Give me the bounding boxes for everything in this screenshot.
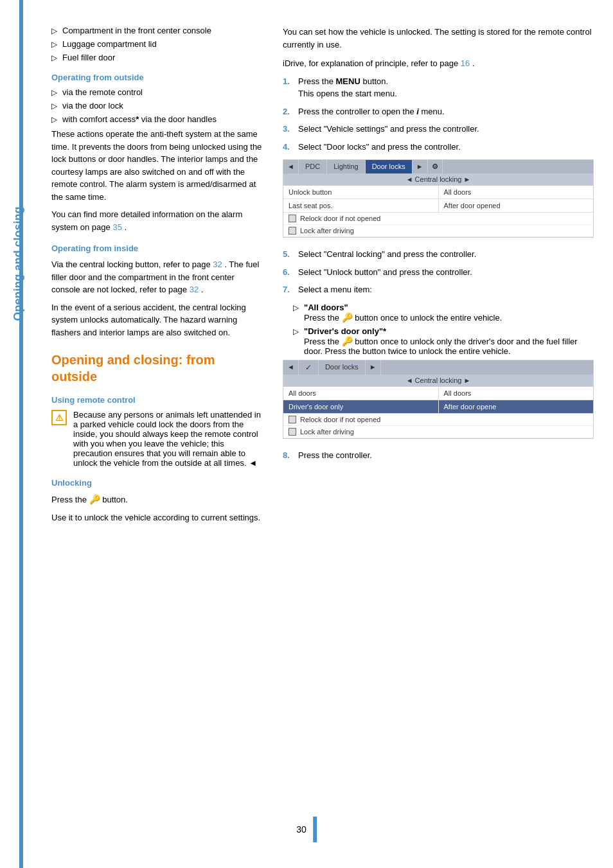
heading-operating-inside: Operating from inside [51,244,263,253]
ui-panel-2-header: ◄ ✓ Door locks ► [283,360,593,375]
ui2-cell-driver-door: Driver's door only [283,400,439,413]
step-8-text: Press the controller. [298,449,372,462]
link-page-16: 16 [461,58,470,68]
ui-tab-right-arrow: ► [413,160,428,173]
bullet-item-2: ▷ Luggage compartment lid [51,39,263,49]
link-page-32a: 32 [213,260,222,269]
step-1: 1. Press the MENU button.This opens the … [283,75,594,100]
ui-panel-1-subtitle: ◄ Central locking ► [283,173,593,186]
step-6-text: Select "Unlock button" and press the con… [298,266,472,279]
ui2-checkbox-relock: Relock door if not opened [283,414,593,426]
intro-text-1: You can set how the vehicle is unlocked.… [283,26,594,51]
ui-tab-settings-icon: ⚙ [428,160,443,173]
all-doors-text-start: Press the [304,313,339,323]
ui-panel-row-2: Last seat pos. After door opened [283,199,593,213]
ui-tab-pdc: PDC [299,160,327,173]
warning-box: ⚠ Because any persons or animals left un… [51,410,263,468]
step-3-num: 3. [283,123,293,136]
checkbox-relock-label: Relock door if not opened [300,215,380,222]
step-6: 6. Select "Unlock button" and press the … [283,266,594,279]
body-unlocking-1: Press the 🔑 button. [51,493,263,506]
ui2-panel-row-1: All doors All doors [283,387,593,400]
heading-operating-outside: Operating from outside [51,73,263,82]
body-text-inside-1-start: Via the central locking button, refer to… [51,260,211,269]
step-1-num: 1. [283,75,293,100]
bullet-text-2: Luggage compartment lid [62,39,157,49]
unlocking-text-start: Press the [51,495,87,504]
ui-panel-2: ◄ ✓ Door locks ► ◄ Central locking ► All… [283,360,594,439]
step-7: 7. Select a menu item: [283,283,594,296]
body-text-inside-1-end2: . [201,285,204,294]
ui-panel-row-1: Unlock button All doors [283,186,593,199]
sidebar-bar [19,0,23,868]
numbered-list-2: 5. Select "Central locking" and press th… [283,248,594,296]
body-unlocking-2: Use it to unlock the vehicle according t… [51,511,263,524]
sub-bullet-text-1: "All doors" Press the 🔑 button once to u… [304,303,502,323]
ui2-checkbox-lock-driving-label: Lock after driving [300,428,354,436]
ui-cell-all-doors: All doors [439,186,594,199]
key-icon: 🔑 [89,493,100,506]
step-4-num: 4. [283,141,293,154]
step-3-text: Select "Vehicle settings" and press the … [298,123,479,136]
ui-panel-1: ◄ PDC Lighting Door locks ► ⚙ ◄ Central … [283,159,594,238]
checkbox-lock-driving [289,227,296,235]
ui-checkbox-relock: Relock door if not opened [283,213,593,225]
warning-end: ◄ [249,458,257,468]
bullet-outside-arrow-3: ▷ [51,115,57,124]
ui2-cell-all-doors-label: All doors [283,387,439,400]
ui-panel-1-header: ◄ PDC Lighting Door locks ► ⚙ [283,160,593,173]
bullet-outside-arrow-2: ▷ [51,102,57,111]
key-icon-all-doors: 🔑 [342,312,353,323]
page-container: Opening and closing ▷ Compartment in the… [0,0,613,868]
sidebar-text-container: Opening and closing [0,257,35,270]
sub-bullet-text-2: "Driver's door only"* Press the 🔑 button… [304,326,594,356]
bullet-text-1: Compartment in the front center console [62,26,211,35]
step-5-num: 5. [283,248,293,261]
bullet-outside-arrow-1: ▷ [51,88,57,97]
unlocking-text-end: button. [102,495,128,504]
step-2: 2. Press the controller to open the i me… [283,105,594,118]
step-2-text: Press the controller to open the i menu. [298,105,445,118]
step-5: 5. Select "Central locking" and press th… [283,248,594,261]
ui-tab-door-locks: Door locks [366,160,413,173]
page-number-area: 30 [296,817,317,842]
body-text-outside-1: These actions operate the anti-theft sys… [51,128,263,203]
warning-icon: ⚠ [51,410,67,425]
driver-door-text-start: Press the [304,337,339,346]
ui-cell-last-seat: Last seat pos. [283,199,439,212]
sub-bullet-driver-door: ▷ "Driver's door only"* Press the 🔑 butt… [293,326,594,356]
ui2-checkmark: ✓ [299,360,319,375]
step-7-num: 7. [283,283,293,296]
bullet-item-3: ▷ Fuel filler door [51,53,263,62]
section-title-outside: Opening and closing: from outside [51,351,263,385]
step-7-text: Select a menu item: [298,283,372,296]
body-text-outside-2-start: You can find more detailed information o… [51,209,242,232]
sub-bullet-all-doors: ▷ "All doors" Press the 🔑 button once to… [293,303,594,323]
ui-tab-lighting: Lighting [327,160,366,173]
sidebar: Opening and closing [0,0,39,868]
all-doors-label: "All doors" [304,303,348,312]
warning-text: Because any persons or animals left unat… [73,410,263,468]
step-8-num: 8. [283,449,293,462]
ui-panel-1-body: Unlock button All doors Last seat pos. A… [283,186,593,237]
warning-body: Because any persons or animals left unat… [73,410,261,468]
bullet-outside-3: ▷ with comfort access* via the door hand… [51,114,263,124]
ui2-checkbox-lock-driving: Lock after driving [283,426,593,438]
step-1-text: Press the MENU button.This opens the sta… [298,75,397,100]
bullet-arrow-3: ▷ [51,53,57,62]
body-text-inside-1: Via the central locking button, refer to… [51,258,263,296]
bullet-arrow-1: ▷ [51,26,57,35]
step-6-num: 6. [283,266,293,279]
step-5-text: Select "Central locking" and press the c… [298,248,476,261]
sub-bullet-arrow-2: ▷ [293,327,299,336]
ui2-right-arrow: ► [366,360,381,375]
bullet-outside-text-2: via the door lock [62,101,123,111]
ui-tab-left-arrow: ◄ [283,160,299,173]
body-text-outside-2: You can find more detailed information o… [51,208,263,233]
bullet-text-3: Fuel filler door [62,53,115,62]
sub-bullet-arrow-1: ▷ [293,303,299,312]
bullet-outside-text-3: with comfort access* via the door handle… [62,114,217,124]
ui-cell-unlock-btn-label: Unlock button [283,186,439,199]
left-column: ▷ Compartment in the front center consol… [51,26,263,842]
ui-checkbox-lock-driving: Lock after driving [283,225,593,237]
